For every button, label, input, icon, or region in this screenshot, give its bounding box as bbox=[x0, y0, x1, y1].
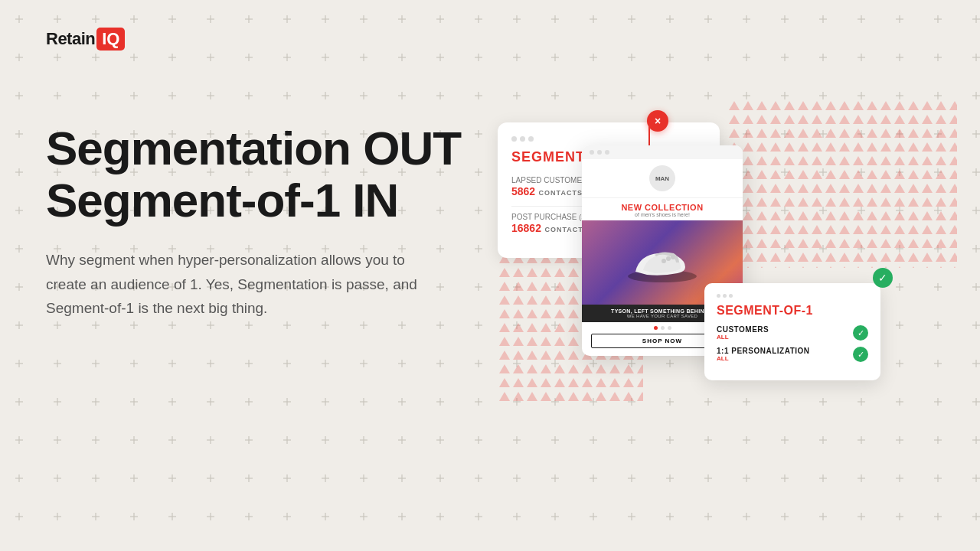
svg-point-8 bbox=[662, 259, 666, 263]
lapsed-count: 5862 bbox=[511, 185, 535, 197]
check-circle-large: ✓ bbox=[873, 268, 893, 288]
lapsed-contacts: CONTACTS bbox=[539, 189, 583, 197]
personalization-sublabel: ALL bbox=[717, 355, 810, 362]
sub-text: Why segment when hyper-personalization a… bbox=[46, 248, 429, 320]
customers-check: ✓ bbox=[853, 325, 868, 341]
logo-retain-text: Retain bbox=[46, 29, 95, 49]
customers-row: CUSTOMERS ALL ✓ bbox=[717, 325, 868, 341]
personalization-label: 1:1 PERSONALIZATION bbox=[717, 347, 810, 355]
personalization-check: ✓ bbox=[853, 347, 868, 362]
seg1-window-dots bbox=[717, 294, 868, 298]
customers-label-group: CUSTOMERS ALL bbox=[717, 325, 769, 341]
personalization-label-group: 1:1 PERSONALIZATION ALL bbox=[717, 347, 810, 362]
email-collection-title: NEW COLLECTION of men's shoes is here! bbox=[582, 198, 743, 220]
heading-line2: Segment-of-1 IN bbox=[46, 174, 398, 227]
brand-circle: MAN bbox=[649, 165, 675, 191]
email-brand-logo: MAN bbox=[582, 159, 743, 198]
svg-point-9 bbox=[666, 256, 671, 261]
collection-sub: of men's shoes is here! bbox=[588, 212, 737, 217]
post-count: 16862 bbox=[511, 222, 541, 234]
customers-sublabel: ALL bbox=[717, 334, 769, 341]
left-content: Segmentation OUT Segment-of-1 IN Why seg… bbox=[46, 122, 475, 320]
logo: Retain IQ bbox=[46, 28, 125, 51]
customers-label: CUSTOMERS bbox=[717, 325, 769, 334]
personalization-row: 1:1 PERSONALIZATION ALL ✓ bbox=[717, 347, 868, 362]
svg-point-10 bbox=[671, 255, 675, 259]
segment1-top-checkmark: ✓ bbox=[873, 268, 893, 288]
collection-heading: NEW COLLECTION bbox=[588, 203, 737, 212]
close-icon: × bbox=[655, 115, 661, 127]
email-card-header bbox=[582, 145, 743, 159]
svg-rect-4 bbox=[727, 99, 957, 268]
close-button[interactable]: × bbox=[647, 110, 668, 132]
main-heading: Segmentation OUT Segment-of-1 IN bbox=[46, 122, 475, 227]
right-illustration: SEGMENTATION LAPSED CUSTOMERS (60 Days) … bbox=[498, 99, 957, 429]
heading-line1: Segmentation OUT bbox=[46, 122, 461, 174]
segment1-title: SEGMENT-OF-1 bbox=[717, 304, 868, 318]
carousel-dot-3 bbox=[668, 326, 671, 330]
shoe-illustration bbox=[624, 240, 701, 285]
segment1-card: SEGMENT-OF-1 CUSTOMERS ALL ✓ 1:1 PERSONA… bbox=[704, 283, 880, 380]
logo-iq-badge: IQ bbox=[96, 28, 125, 51]
carousel-dot-2 bbox=[661, 326, 665, 330]
lapsed-label: LAPSED CUSTOMERS bbox=[511, 176, 593, 184]
carousel-dot-1 bbox=[654, 326, 658, 330]
post-label: POST PURCHASE bbox=[511, 213, 577, 221]
